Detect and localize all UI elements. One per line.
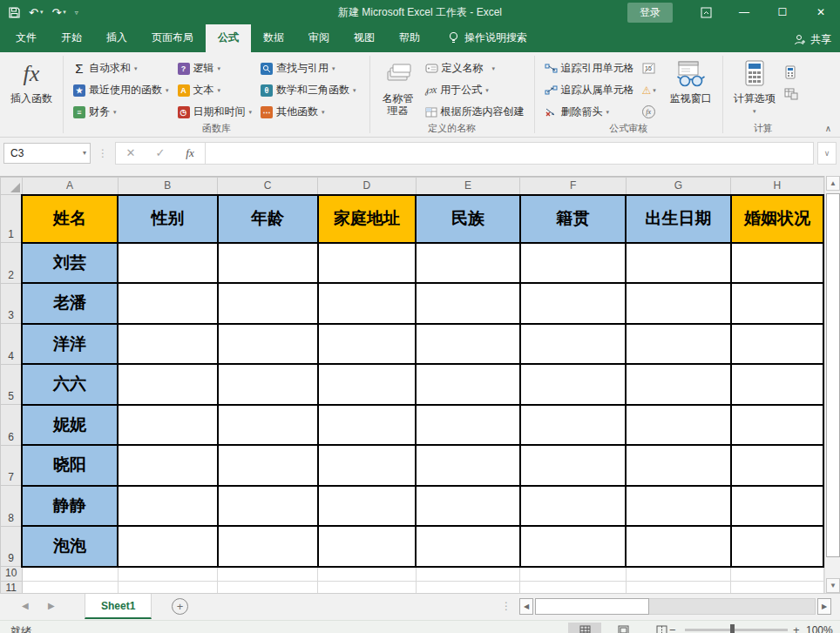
empty-cell[interactable] bbox=[626, 324, 730, 365]
formula-input[interactable] bbox=[206, 142, 814, 165]
empty-cell[interactable] bbox=[520, 567, 626, 582]
header-cell[interactable]: 婚姻状况 bbox=[731, 195, 823, 243]
sheet-tab-active[interactable]: Sheet1 bbox=[85, 594, 152, 619]
zoom-slider-thumb[interactable] bbox=[730, 624, 735, 633]
empty-cell[interactable] bbox=[731, 582, 823, 594]
empty-cell[interactable] bbox=[318, 243, 417, 284]
minimize-button[interactable]: — bbox=[725, 0, 763, 24]
column-header-a[interactable]: A bbox=[22, 178, 118, 195]
cancel-entry-button[interactable]: ✕ bbox=[116, 146, 146, 159]
maximize-button[interactable]: ☐ bbox=[763, 0, 802, 24]
trace-precedents-button[interactable]: 追踪引用单元格 bbox=[540, 57, 639, 79]
tab-formulas[interactable]: 公式 bbox=[206, 24, 251, 52]
empty-cell[interactable] bbox=[520, 364, 626, 405]
close-button[interactable]: ✕ bbox=[802, 0, 840, 24]
empty-cell[interactable] bbox=[731, 405, 823, 446]
empty-cell[interactable] bbox=[118, 324, 218, 365]
empty-cell[interactable] bbox=[118, 445, 218, 486]
name-cell[interactable]: 洋洋 bbox=[22, 324, 118, 365]
sheet-nav-left-icon[interactable]: ◀ bbox=[22, 601, 29, 610]
name-cell[interactable]: 静静 bbox=[22, 486, 118, 527]
empty-cell[interactable] bbox=[626, 243, 730, 284]
empty-cell[interactable] bbox=[731, 445, 823, 486]
empty-cell[interactable] bbox=[731, 324, 823, 365]
empty-cell[interactable] bbox=[626, 486, 730, 527]
empty-cell[interactable] bbox=[218, 283, 318, 324]
empty-cell[interactable] bbox=[218, 445, 318, 486]
header-cell[interactable]: 性别 bbox=[118, 195, 218, 243]
empty-cell[interactable] bbox=[520, 445, 626, 486]
header-cell[interactable]: 籍贯 bbox=[520, 195, 626, 243]
tab-data[interactable]: 数据 bbox=[251, 24, 296, 52]
create-from-selection-button[interactable]: 根据所选内容创建 bbox=[421, 101, 529, 123]
empty-cell[interactable] bbox=[731, 283, 823, 324]
calculate-sheet-button[interactable] bbox=[781, 83, 802, 104]
empty-cell[interactable] bbox=[416, 445, 520, 486]
remove-arrows-button[interactable]: 删除箭头▾ bbox=[540, 101, 639, 123]
text-functions-button[interactable]: A文本▾ bbox=[173, 79, 257, 101]
error-checking-button[interactable]: ⚠▾ bbox=[639, 79, 660, 101]
empty-cell[interactable] bbox=[626, 582, 730, 594]
column-header-b[interactable]: B bbox=[118, 178, 218, 195]
empty-cell[interactable] bbox=[218, 582, 318, 594]
redo-dropdown-icon[interactable]: ▾ bbox=[63, 9, 66, 16]
empty-cell[interactable] bbox=[318, 582, 417, 594]
insert-function-button[interactable]: fx 插入函数 bbox=[5, 56, 58, 108]
empty-cell[interactable] bbox=[118, 526, 218, 567]
empty-cell[interactable] bbox=[731, 486, 823, 527]
show-formulas-button[interactable]: 15 bbox=[639, 57, 660, 79]
logical-button[interactable]: ?逻辑▾ bbox=[173, 57, 257, 79]
row-header[interactable]: 10 bbox=[1, 567, 23, 582]
empty-cell[interactable] bbox=[626, 283, 730, 324]
financial-button[interactable]: ≡财务▾ bbox=[69, 101, 173, 123]
empty-cell[interactable] bbox=[318, 364, 417, 405]
empty-cell[interactable] bbox=[731, 567, 823, 582]
insert-function-fx-button[interactable]: fx bbox=[175, 146, 205, 160]
empty-cell[interactable] bbox=[520, 324, 626, 365]
empty-cell[interactable] bbox=[318, 283, 417, 324]
sign-in-button[interactable]: 登录 bbox=[627, 3, 673, 23]
empty-cell[interactable] bbox=[520, 526, 626, 567]
tab-page-layout[interactable]: 页面布局 bbox=[139, 24, 206, 52]
name-box-dropdown-icon[interactable]: ▾ bbox=[83, 149, 86, 157]
tab-review[interactable]: 审阅 bbox=[296, 24, 342, 52]
zoom-in-button[interactable]: + bbox=[793, 623, 800, 633]
horizontal-scrollbar-thumb[interactable] bbox=[535, 598, 649, 615]
empty-cell[interactable] bbox=[118, 283, 218, 324]
header-cell[interactable]: 出生日期 bbox=[626, 195, 730, 243]
empty-cell[interactable] bbox=[416, 283, 520, 324]
empty-cell[interactable] bbox=[416, 324, 520, 365]
recent-functions-button[interactable]: ★最近使用的函数▾ bbox=[69, 79, 173, 101]
column-header-h[interactable]: H bbox=[731, 178, 823, 195]
empty-cell[interactable] bbox=[416, 364, 520, 405]
name-cell[interactable]: 六六 bbox=[22, 364, 118, 405]
header-cell[interactable]: 年龄 bbox=[218, 195, 318, 243]
tab-insert[interactable]: 插入 bbox=[94, 24, 139, 52]
row-header[interactable]: 4 bbox=[1, 324, 23, 365]
row-header[interactable]: 6 bbox=[1, 405, 23, 446]
save-button[interactable] bbox=[9, 7, 20, 18]
tab-home[interactable]: 开始 bbox=[49, 24, 94, 52]
collapse-ribbon-button[interactable]: ∧ bbox=[825, 124, 831, 133]
redo-button[interactable]: ↷▾ bbox=[51, 6, 65, 19]
empty-cell[interactable] bbox=[520, 582, 626, 594]
row-header[interactable]: 1 bbox=[1, 195, 23, 243]
empty-cell[interactable] bbox=[118, 364, 218, 405]
name-cell[interactable]: 妮妮 bbox=[22, 405, 118, 446]
tab-file[interactable]: 文件 bbox=[3, 24, 49, 52]
share-button[interactable]: 共享 bbox=[794, 32, 831, 47]
empty-cell[interactable] bbox=[118, 486, 218, 527]
empty-cell[interactable] bbox=[218, 405, 318, 446]
name-cell[interactable]: 刘芸 bbox=[22, 243, 118, 284]
confirm-entry-button[interactable]: ✓ bbox=[146, 146, 175, 159]
name-cell[interactable]: 老潘 bbox=[22, 283, 118, 324]
empty-cell[interactable] bbox=[626, 364, 730, 405]
header-cell[interactable]: 家庭地址 bbox=[318, 195, 417, 243]
empty-cell[interactable] bbox=[218, 243, 318, 284]
empty-cell[interactable] bbox=[22, 567, 118, 582]
name-cell[interactable]: 泡泡 bbox=[22, 526, 118, 567]
calculate-now-button[interactable] bbox=[781, 61, 802, 83]
define-name-button[interactable]: 定义名称▾ bbox=[421, 57, 529, 79]
calculation-options-button[interactable]: 计算选项 ▾ bbox=[728, 56, 781, 121]
empty-cell[interactable] bbox=[416, 486, 520, 527]
